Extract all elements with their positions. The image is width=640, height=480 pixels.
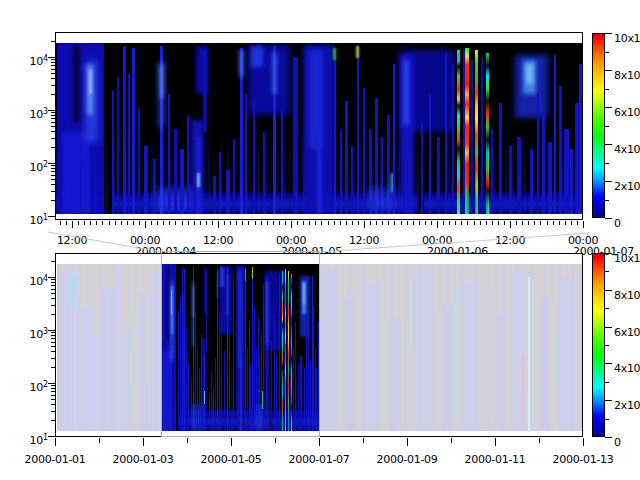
- y-minor-tick: [51, 65, 55, 66]
- x-minor-tick: [248, 221, 249, 225]
- spectrogram-feature: [481, 57, 483, 206]
- spectrogram-feature: [132, 48, 135, 214]
- spectrogram-feature: [239, 50, 244, 77]
- y-minor-tick: [51, 112, 55, 113]
- x-minor-tick: [534, 221, 535, 225]
- x-minor-tick: [394, 221, 395, 225]
- y-minor-tick: [51, 338, 55, 339]
- x-day-tick: [495, 438, 496, 446]
- spectrogram-feature: [100, 289, 113, 431]
- y-minor-tick: [51, 411, 55, 412]
- y-minor-tick: [51, 179, 55, 180]
- x-minor-tick: [230, 221, 231, 225]
- y-minor-tick: [51, 168, 55, 169]
- spectrogram-feature: [471, 60, 473, 214]
- y-tick-label: 101: [21, 209, 48, 228]
- spectrogram-feature: [452, 64, 454, 215]
- x-minor-tick: [242, 221, 243, 225]
- spectrogram-feature: [187, 115, 189, 214]
- x-major-tick: [437, 221, 438, 228]
- spectrogram-feature: [351, 146, 353, 214]
- spectrogram-feature: [213, 176, 216, 214]
- y-tick-label: 104: [21, 270, 48, 289]
- x-minor-tick: [455, 221, 456, 225]
- x-minor-tick: [182, 221, 183, 225]
- x-minor-tick: [297, 221, 298, 225]
- colorbar-major-tick: [605, 33, 612, 34]
- x-minor-tick: [413, 221, 414, 225]
- y-major-tick: [48, 277, 55, 278]
- y-minor-tick: [51, 62, 55, 63]
- x-minor-tick: [309, 221, 310, 225]
- colorbar-minor-tick: [605, 382, 609, 383]
- spectrogram-feature: [413, 272, 433, 431]
- x-day-tick: [275, 438, 276, 443]
- y-tick-label: 101: [21, 429, 48, 448]
- spectrogram-feature: [146, 384, 152, 431]
- x-tick-time-label: 12:00: [480, 229, 540, 248]
- y-minor-tick: [51, 122, 55, 123]
- colorbar-tick-label: 2x107: [614, 175, 640, 194]
- y-minor-tick: [51, 346, 55, 347]
- y-minor-tick: [51, 358, 55, 359]
- y-minor-tick: [51, 351, 55, 352]
- x-date-label: 2000-01-05: [197, 448, 265, 467]
- colorbar-tick-label: 6x107: [614, 101, 640, 120]
- colorbar-tick-label: 8x107: [614, 284, 640, 303]
- colorbar-tick-label: 0: [614, 431, 621, 450]
- spectrogram-feature: [73, 46, 80, 121]
- x-date-label: 2000-01-01: [21, 448, 89, 467]
- x-minor-tick: [352, 221, 353, 225]
- detail-spectrogram-image[interactable]: [56, 43, 582, 214]
- colorbar-major-tick: [605, 218, 612, 219]
- y-minor-tick: [51, 282, 55, 283]
- y-minor-tick: [51, 367, 55, 368]
- spectrogram-feature: [491, 129, 493, 215]
- spectrogram-feature: [117, 77, 119, 214]
- y-minor-tick: [51, 314, 55, 315]
- x-major-tick: [510, 221, 511, 228]
- colorbar-minor-tick: [605, 200, 609, 201]
- x-minor-tick: [261, 221, 262, 225]
- spectrogram-feature: [363, 88, 365, 215]
- time-selection-rectangle[interactable]: [161, 251, 320, 437]
- spectrogram-feature: [578, 322, 581, 431]
- colorbar-minor-tick: [605, 271, 609, 272]
- spectrogram-feature: [112, 91, 114, 214]
- colorbar-major-tick: [605, 181, 612, 182]
- spectrogram-feature: [555, 331, 557, 389]
- colorbar-tick-label: 8x107: [614, 64, 640, 83]
- colorbar-tick-label: 10x107: [614, 247, 640, 266]
- spectrogram-feature: [512, 272, 528, 431]
- x-minor-tick: [255, 221, 256, 225]
- spectrogram-feature: [390, 319, 402, 431]
- spectrogram-feature: [538, 297, 551, 431]
- x-minor-tick: [78, 221, 79, 225]
- x-minor-tick: [121, 221, 122, 225]
- colorbar-tick-label: 6x107: [614, 321, 640, 340]
- y-minor-tick: [51, 147, 55, 148]
- y-minor-tick: [51, 184, 55, 185]
- colorbar-tick-label: 10x107: [614, 27, 640, 46]
- y-minor-tick: [51, 115, 55, 116]
- x-minor-tick: [109, 221, 110, 225]
- spectrogram-feature: [197, 173, 200, 187]
- x-minor-tick: [443, 221, 444, 225]
- y-minor-tick: [51, 131, 55, 132]
- y-minor-tick: [51, 41, 55, 42]
- colorbar-minor-tick: [605, 308, 609, 309]
- x-minor-tick: [358, 221, 359, 225]
- y-minor-tick: [51, 335, 55, 336]
- detail-plot-area[interactable]: [55, 32, 583, 220]
- x-tick-time-label: 12:00: [334, 229, 394, 248]
- spectrogram-feature: [437, 137, 440, 214]
- spectrogram-feature: [530, 149, 533, 214]
- x-date-label: 2000-01-11: [461, 448, 529, 467]
- x-minor-tick: [577, 221, 578, 225]
- spectrogram-feature: [174, 129, 177, 215]
- colorbar-minor-tick: [605, 126, 609, 127]
- x-day-tick: [451, 438, 452, 443]
- x-minor-tick: [559, 221, 560, 225]
- spectrogram-feature: [558, 277, 574, 431]
- y-minor-tick: [51, 391, 55, 392]
